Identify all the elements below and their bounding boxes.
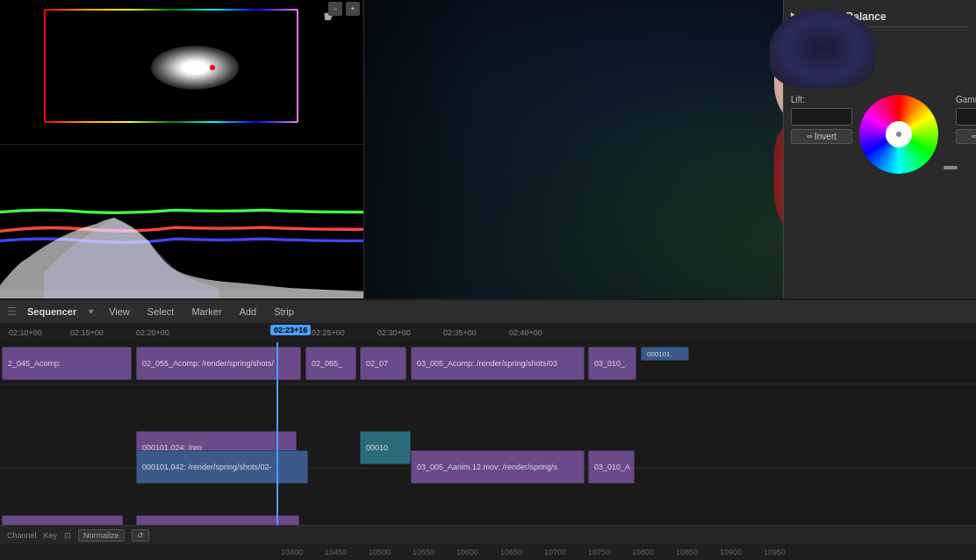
clip-label: 000101. [647,350,672,358]
slider-handle [944,166,958,169]
lift-input[interactable] [791,108,852,126]
top-section: ☛ − + [0,0,976,298]
swap-icon-gamma: ⇔ [972,133,976,140]
clip-label: 03_005_Aanim.12.mov: /render/spring/s [417,463,557,471]
swap-icon: ⇔ [807,133,813,140]
channel-label: Channel [7,531,37,540]
menu-select[interactable]: Select [144,305,178,319]
time-label-3: 02:25+00 [312,328,345,337]
clip-label: 000101.042: /render/spring/shots/02- [142,463,272,471]
clip-1-6[interactable]: 03_010_. [588,347,636,380]
current-time-indicator[interactable]: 02:23+16 [270,325,311,335]
vectorscope: ☛ − + [0,0,363,145]
clip-1-7[interactable]: 000101. [641,347,689,361]
waveform-panel [0,145,363,298]
num-5: 10650 [500,548,522,556]
clip-3-2[interactable]: 02_055_Aanim.10.mov: /render/spring/ [136,515,299,525]
hamburger-icon[interactable]: ☰ [7,305,17,318]
key-label: Key [44,531,58,540]
clip-2-2[interactable]: 00010 [360,431,411,464]
rainbow-box [44,9,298,123]
sequencer-dropdown[interactable]: ▼ [87,307,95,316]
time-label-1: 02:15+00 [70,328,104,337]
timeline-ruler[interactable]: 02:10+00 02:15+00 02:20+00 02:23+16 02:2… [0,323,976,342]
lift-invert-button[interactable]: ⇔ Invert [791,129,852,144]
clip-3-1[interactable]: 2_045_Aanim.1 [2,515,123,525]
refresh-btn[interactable]: ↺ [132,529,149,542]
num-1: 10450 [325,548,347,556]
num-6: 10700 [544,548,566,556]
track-row-1: 2_045_Acomp: 02_055_Acomp: /render/sprin… [0,342,976,384]
gamma-input[interactable] [956,108,976,126]
clip-1-3[interactable]: 02_065_ [305,347,356,380]
num-0: 10400 [281,548,303,556]
num-9: 10850 [676,548,698,556]
menu-marker[interactable]: Marker [188,305,225,319]
video-preview-panel: Color Balance Mask Input Type Mask Multi… [364,0,976,298]
color-wheel-section: Lift: ⇔ Invert [791,95,969,174]
color-wheel[interactable] [859,95,938,174]
scope-panel: ☛ − + [0,0,364,298]
clip-label: 03_005_Acomp: /render/spring/shots/03 [417,359,557,368]
gamma-label: Gamma: [956,95,976,104]
lift-label: Lift: [791,95,852,104]
clip-label: 02_065_ [312,359,342,368]
lift-section: Lift: ⇔ Invert [791,95,852,144]
clip-label: 02_07 [366,359,388,368]
collapse-btn[interactable]: − [328,2,342,16]
gamma-invert-button[interactable]: ⇔ Invert [956,129,976,144]
num-4: 10600 [456,548,478,556]
clip-label: 2_045_Acomp: [8,359,61,368]
menu-strip[interactable]: Strip [270,305,298,319]
clip-2-5[interactable]: 03_010_A [588,450,635,484]
lift-invert-label: Invert [815,132,836,141]
clip-label: 00010 [366,443,388,452]
color-wheel-wrapper [859,95,938,174]
num-3: 10550 [413,548,434,556]
track-row-2: 000101.024: /ren 00010 000101.042: /rend… [0,427,976,469]
white-blob [151,46,239,90]
add-btn[interactable]: + [346,2,360,16]
normalize-btn[interactable]: Normalize [78,529,125,542]
menu-view[interactable]: View [105,305,133,319]
num-2: 10500 [369,548,391,556]
panel-header: − + [325,0,363,18]
clip-label: 03_010_A [594,463,630,471]
num-11: 10950 [764,548,786,556]
wheel-center-dot [896,132,901,137]
num-8: 10800 [632,548,654,556]
clip-1-4[interactable]: 02_07 [360,347,406,380]
sequencer-header: ☰ Sequencer ▼ View Select Marker Add Str… [0,298,976,323]
red-dot [210,65,215,70]
clip-label: 03_010_. [594,359,628,368]
timeline-tracks: 2_045_Acomp: 02_055_Acomp: /render/sprin… [0,342,976,525]
number-strip: 10400 10450 10500 10550 10600 10650 1070… [0,544,976,560]
time-label-0: 02:10+00 [9,328,42,337]
ruler-marks: 02:10+00 02:15+00 02:20+00 02:23+16 02:2… [0,323,976,342]
clip-2-4[interactable]: 03_005_Aanim.12.mov: /render/spring/s [411,450,585,484]
timeline-footer: Channel Key ⊡ Normalize ↺ [0,525,976,544]
num-10: 10900 [720,548,742,556]
clip-1-5[interactable]: 03_005_Acomp: /render/spring/shots/03 [411,347,585,380]
playhead [276,342,278,525]
clip-1-1[interactable]: 2_045_Acomp: [2,347,132,380]
character-hair [770,9,875,88]
timeline-section: ☰ Sequencer ▼ View Select Marker Add Str… [0,298,976,560]
num-7: 10750 [588,548,610,556]
sequencer-label: Sequencer [27,306,76,317]
clip-label: 02_055_Acomp: /render/spring/shots/ [142,359,274,368]
track-row-3: 2_045_Aanim.1 02_055_Aanim.10.mov: /rend… [0,511,976,525]
time-label-5: 02:35+00 [443,328,477,337]
histogram-svg [0,211,363,298]
gamma-section: Gamma: ⇔ Invert [956,95,976,144]
menu-add[interactable]: Add [236,305,261,319]
time-label-6: 02:40+00 [509,328,542,337]
time-label-4: 02:30+00 [377,328,411,337]
time-label-2: 02:20+00 [136,328,169,337]
clip-2-3[interactable]: 000101.042: /render/spring/shots/02- [136,450,308,484]
normalize-icon: ⊡ [64,531,71,540]
